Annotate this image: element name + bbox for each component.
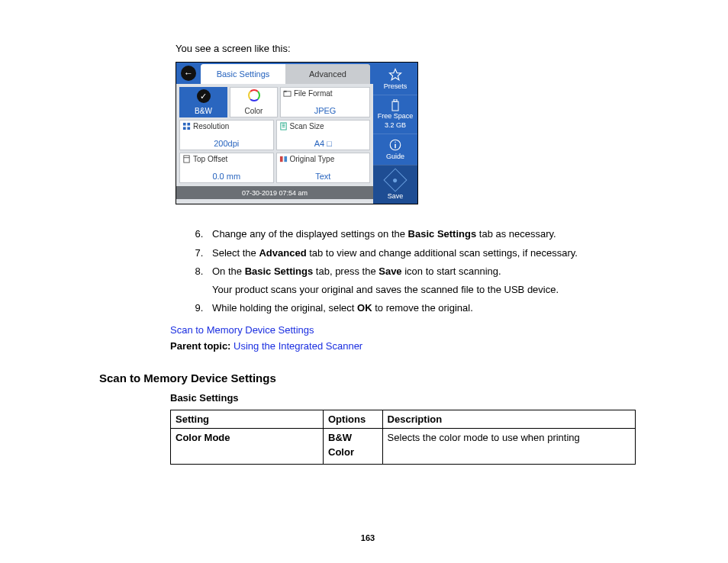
folder-icon [283,89,292,98]
table-row: Color Mode B&W Color Selects the color m… [171,428,636,464]
top-offset-label: Top Offset [193,155,227,163]
scan-size-value: A4 □ [279,139,368,148]
substep-text: Your product scans your original and sav… [212,283,636,297]
bw-label: B&W [182,107,224,115]
svg-rect-4 [183,127,186,130]
offset-icon [182,155,191,163]
page-number: 163 [99,533,636,542]
original-type-label: Original Type [290,155,335,163]
file-format-label: File Format [294,89,333,98]
section-heading: Scan to Memory Device Settings [99,372,636,384]
file-format-tile[interactable]: File Format JPEG [280,87,370,117]
page-icon: □ [327,139,332,148]
svg-rect-0 [284,92,291,96]
link-scan-to-memory-settings[interactable]: Scan to Memory Device Settings [170,324,314,336]
scan-size-label: Scan Size [290,122,324,130]
cell-options: B&W Color [324,428,383,464]
scan-size-tile[interactable]: Scan Size A4 □ [276,120,371,150]
cell-description: Selects the color mode to use when print… [382,428,635,464]
svg-rect-13 [284,156,287,162]
back-arrow-icon: ← [181,66,196,81]
original-type-tile[interactable]: Original Type Text [276,153,371,183]
original-type-icon [279,155,288,163]
resolution-icon [182,122,191,130]
list-item: Change any of the displayed settings on … [206,227,636,241]
list-item: While holding the original, select OK to… [206,301,636,315]
col-options: Options [324,410,383,428]
svg-rect-2 [183,123,186,126]
presets-button[interactable]: Presets [373,63,417,95]
svg-marker-14 [390,69,401,80]
scan-size-icon [279,122,288,130]
save-label: Save [388,193,404,201]
free-space-indicator: Free Space 3.2 GB [373,95,417,134]
intro-text: You see a screen like this: [176,43,636,54]
col-setting: Setting [171,410,324,428]
tab-basic-settings[interactable]: Basic Settings [201,64,285,84]
tab-advanced[interactable]: Advanced [285,64,370,84]
svg-rect-5 [187,127,190,130]
device-screenshot: ← Basic Settings Advanced ✓ B&W [176,62,418,204]
list-item: On the Basic Settings tab, press the Sav… [206,265,636,297]
table-header-row: Setting Options Description [171,410,636,428]
svg-rect-15 [392,101,398,111]
free-space-label: Free Space [378,113,414,121]
link-parent-topic[interactable]: Using the Integrated Scanner [234,340,362,352]
original-type-value: Text [279,172,368,181]
table-subhead: Basic Settings [170,392,636,404]
presets-label: Presets [384,83,407,91]
check-icon: ✓ [197,89,211,103]
resolution-value: 200dpi [182,139,271,148]
free-space-value: 3.2 GB [385,122,406,130]
svg-rect-16 [394,99,397,101]
svg-rect-10 [184,156,189,162]
guide-button[interactable]: Guide [373,134,417,165]
col-description: Description [382,410,635,428]
resolution-label: Resolution [193,122,229,130]
svg-rect-12 [279,156,282,162]
svg-rect-1 [284,91,287,92]
star-icon [388,68,402,82]
top-offset-tile[interactable]: Top Offset 0.0 mm [179,153,274,183]
cell-setting: Color Mode [171,428,324,464]
color-ring-icon [248,89,260,101]
save-button[interactable]: ● Save [373,165,417,204]
back-button[interactable]: ← [176,63,201,84]
color-mode-bw-tile[interactable]: ✓ B&W [179,87,227,117]
top-offset-value: 0.0 mm [182,172,271,181]
file-format-value: JPEG [283,106,367,115]
color-mode-color-tile[interactable]: Color [230,87,278,117]
svg-rect-3 [187,123,190,126]
guide-label: Guide [386,153,404,161]
settings-table: Setting Options Description Color Mode B… [170,410,636,465]
parent-topic-label: Parent topic: [170,340,230,352]
status-bar-time: 07-30-2019 07:54 am [176,186,373,199]
list-item: Select the Advanced tab to view and chan… [206,246,636,260]
info-icon [388,138,402,152]
usb-icon [391,99,400,111]
diamond-icon: ● [383,168,407,191]
resolution-tile[interactable]: Resolution 200dpi [179,120,274,150]
color-label: Color [233,107,275,115]
